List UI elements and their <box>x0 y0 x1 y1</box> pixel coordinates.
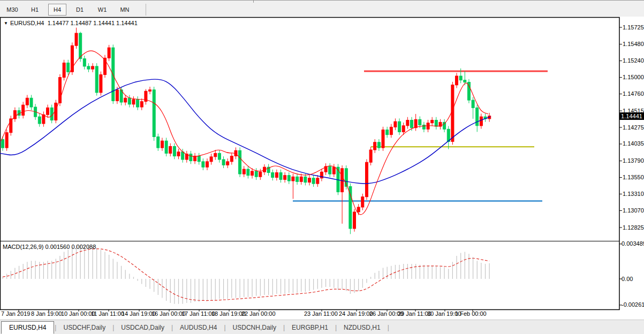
candle-body <box>132 100 135 104</box>
candle-body <box>251 171 254 176</box>
candle-body <box>206 162 209 167</box>
timeframe-button-m30[interactable]: M30 <box>3 4 21 16</box>
candle-body <box>411 120 413 128</box>
candle-body <box>357 207 360 212</box>
candle-body <box>275 173 278 178</box>
candle-body <box>243 169 245 174</box>
candle-body <box>247 169 249 176</box>
candle-body <box>451 85 454 142</box>
candle-body <box>296 177 299 181</box>
price-tick-label: 1.13070 <box>623 207 644 214</box>
candle-body <box>149 90 151 92</box>
candle-body <box>255 171 257 177</box>
timeframe-button-h1[interactable]: H1 <box>26 4 44 16</box>
timeframe-button-h4[interactable]: H4 <box>48 4 66 16</box>
ma-fast-line <box>1 51 488 215</box>
time-tick-label: 8 Jan 19:00 <box>31 310 62 317</box>
chart-tab-usdcnh[interactable]: USDCNH,Daily <box>226 322 283 333</box>
price-tick-label: 1.14035 <box>623 140 644 147</box>
candle-body <box>30 98 33 107</box>
symbol-timeframe-label: EURUSD,H4 <box>10 20 44 26</box>
timeframe-button-d1[interactable]: D1 <box>71 4 89 16</box>
moving-averages <box>0 51 490 215</box>
candle-body <box>366 162 368 197</box>
time-tick-label: 24 Jan 19:00 <box>339 310 373 317</box>
price-tick-label: 1.12825 <box>623 224 644 231</box>
toolbar-separator <box>146 4 146 16</box>
candle-body <box>320 172 323 178</box>
candle-body <box>169 147 172 154</box>
time-tick-label: 22 Jan 00:00 <box>241 310 276 317</box>
candle-body <box>374 142 376 150</box>
candle-body <box>382 130 384 148</box>
candle-body <box>198 156 200 162</box>
candle-body <box>177 152 180 156</box>
candle-body <box>300 177 302 181</box>
chart-tab-eurgbp[interactable]: EURGBP,H1 <box>285 322 335 333</box>
tab-separator: | <box>171 324 173 331</box>
macd-signal <box>3 249 489 301</box>
price-tick-label: 1.15240 <box>623 57 644 64</box>
candle-body <box>165 141 168 153</box>
candle-body <box>259 172 262 177</box>
time-tick-label: 29 Jan 11:00 <box>398 310 431 317</box>
tab-separator: | <box>388 324 389 331</box>
candle-body <box>153 90 155 137</box>
chart-tab-audusd[interactable]: AUDUSD,H4 <box>173 322 223 333</box>
candle-body <box>476 108 479 126</box>
candle-body <box>279 173 282 180</box>
candle-body <box>292 177 294 181</box>
candle-body <box>287 176 290 181</box>
chart-tab-bar: EURUSD,H4|USDCHF,Daily|USDCAD,Daily|AUDU… <box>0 320 644 334</box>
chart-tab-usdchf[interactable]: USDCHF,Daily <box>57 322 112 333</box>
candle-body <box>214 153 217 156</box>
price-tick-label: 1.15725 <box>623 24 644 31</box>
candle-body <box>137 100 139 107</box>
price-tick-label: 1.13790 <box>623 157 644 164</box>
candle-body <box>95 66 98 93</box>
candle-body <box>464 80 466 82</box>
candle-body <box>75 33 78 45</box>
chart-tab-eurusd[interactable]: EURUSD,H4 <box>1 321 54 334</box>
candle-body <box>222 160 225 165</box>
candle-body <box>67 63 70 72</box>
candle-body <box>329 166 331 174</box>
candle-body <box>431 120 434 123</box>
chart-tab-usdcad[interactable]: USDCAD,Daily <box>115 322 171 333</box>
candle-body <box>140 102 143 107</box>
candle-body <box>210 157 213 162</box>
timeframe-button-mn[interactable]: MN <box>116 4 134 16</box>
chart-dropdown-icon[interactable]: ▼ <box>4 21 8 26</box>
candle-body <box>239 150 241 174</box>
candle-body <box>394 122 397 127</box>
candle-body <box>87 66 90 69</box>
candle-body <box>406 120 409 126</box>
price-tick-label: 1.14515 <box>623 108 644 114</box>
candle-body <box>456 76 458 85</box>
candle-body <box>414 119 417 128</box>
price-chart-canvas[interactable] <box>0 17 644 320</box>
candle-body <box>108 48 110 58</box>
candle-body <box>83 59 86 66</box>
candle-body <box>100 74 102 93</box>
candle-body <box>38 117 41 124</box>
candle-body <box>435 120 437 127</box>
candle-body <box>181 152 184 160</box>
candle-body <box>22 105 25 115</box>
chart-window[interactable]: ▼EURUSD,H4 1.14477 1.14487 1.14441 1.144… <box>0 17 644 320</box>
candle-body <box>271 173 274 178</box>
time-tick-label: 1 Feb 00:00 <box>455 310 487 317</box>
candle-body <box>459 76 462 80</box>
candle-body <box>369 150 372 162</box>
chart-tab-nzdusd[interactable]: NZDUSD,H1 <box>337 322 387 333</box>
candle-body <box>116 90 118 101</box>
candle-body <box>316 178 319 184</box>
candle-body <box>124 98 127 102</box>
candle-body <box>398 122 401 132</box>
candles-layer <box>2 28 491 234</box>
candle-body <box>390 127 392 134</box>
timeframe-button-w1[interactable]: W1 <box>93 4 111 16</box>
candle-body <box>353 212 356 229</box>
candle-body <box>50 108 53 120</box>
candle-body <box>128 98 131 104</box>
